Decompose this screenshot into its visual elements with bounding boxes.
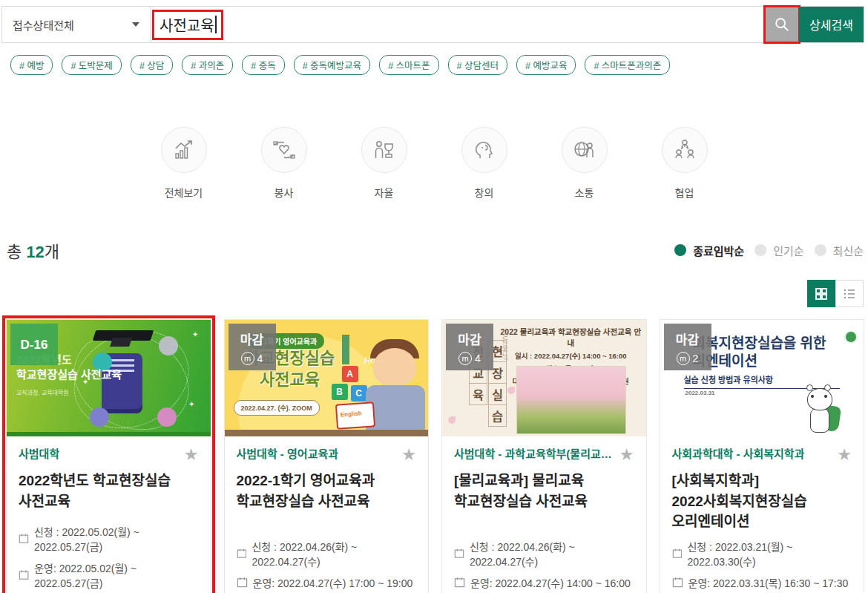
apply-period: 신청 : 2022.03.21(월) ~ 2022.03.30(수)	[672, 539, 852, 569]
calendar-icon	[237, 548, 247, 559]
thumb-date: 2022.03.31	[685, 390, 715, 396]
grid-icon	[815, 287, 828, 301]
thumb-text: 학교현장실습 사전교육	[16, 366, 122, 381]
results-count-number: 12	[26, 243, 44, 261]
view-toggle	[0, 280, 868, 307]
course-card-1[interactable]: ✦ ✦ ✦ 2022학년도 학교현장실습 사전교육 교직과정, 교육대학원 D-…	[6, 319, 211, 593]
apply-period: 신청 : 2022.04.26(화) ~ 2022.04.27(수)	[454, 539, 634, 569]
tag-pill[interactable]: # 스마트폰	[379, 55, 438, 75]
thinking-head-icon	[473, 138, 496, 162]
tag-pill[interactable]: # 상담	[131, 55, 173, 75]
tag-list: # 예방 # 도박문제 # 상담 # 과의존 # 중독 # 중독예방교육 # 스…	[0, 55, 868, 75]
course-card-4[interactable]: 회복지현장실습을 위한 리엔테이션 실습 신청 방법과 유의사항 2022.03…	[660, 319, 865, 593]
tag-pill[interactable]: # 예방	[10, 55, 53, 75]
tag-pill[interactable]: # 스마트폰과의존	[585, 55, 670, 75]
closed-badge: 마감 m4	[228, 324, 276, 370]
search-button[interactable]	[765, 7, 799, 42]
hands-heart-icon	[272, 137, 297, 163]
category-label: 창의	[475, 185, 494, 200]
member-icon: m	[241, 352, 254, 365]
english-book-art: English	[335, 402, 375, 430]
calendar-icon	[672, 577, 683, 588]
category-label: 봉사	[274, 185, 294, 200]
department-label: 사범대학	[19, 447, 59, 462]
course-card-3[interactable]: 2022 물리교육과 학교현장실습 사전교육 안내 일시 : 2022.04.2…	[441, 319, 647, 593]
calendar-icon	[454, 577, 465, 588]
department-label: 사범대학 - 영어교육과	[237, 447, 339, 462]
course-thumbnail: ✦ ✦ ✦ 2022학년도 학교현장실습 사전교육 교직과정, 교육대학원 D-…	[7, 320, 211, 436]
course-card-2[interactable]: 도 1학기 영어교육과 학교현장실습사전교육 Hello A B C Engli…	[224, 319, 430, 593]
list-view-button[interactable]	[835, 280, 864, 307]
category-collaboration[interactable]: 협업	[662, 127, 708, 200]
dday-badge: D-16	[10, 324, 58, 365]
category-filter-row: 전체보기 봉사 자율	[0, 127, 868, 200]
tag-pill[interactable]: # 예방교육	[516, 55, 576, 75]
search-text-annotation-box: 사전교육	[152, 10, 223, 40]
calendar-icon	[19, 533, 29, 544]
sort-option-popular[interactable]: 인기순	[754, 243, 803, 258]
category-all[interactable]: 전체보기	[161, 127, 207, 200]
search-input[interactable]: 사전교육	[151, 7, 765, 42]
trophy-person-icon	[372, 138, 396, 162]
course-thumbnail: 2022 물리교육과 학교현장실습 사전교육 안내 일시 : 2022.04.2…	[442, 320, 646, 436]
course-title: 2022학년도 학교현장실습 사전교육	[19, 471, 199, 511]
operate-period: 운영: 2022.03.31(목) 16:30 ~ 17:30	[672, 575, 852, 590]
member-icon: m	[458, 352, 472, 365]
search-bar: 접수상태전체 사전교육 상세검색	[1, 6, 864, 43]
operate-period: 운영: 2022.04.27(수) 14:00 ~ 16:00	[454, 575, 634, 590]
list-icon	[843, 287, 856, 301]
radio-dot-icon	[674, 244, 686, 256]
category-label: 소통	[575, 185, 594, 200]
course-title: 2022-1학기 영어교육과 학교현장실습 사전교육	[237, 471, 417, 511]
people-network-icon	[672, 137, 697, 163]
apply-period: 신청 : 2022.04.26(화) ~ 2022.04.27(수)	[237, 539, 417, 569]
category-communication[interactable]: 소통	[562, 127, 608, 200]
tag-pill[interactable]: # 중독	[242, 55, 284, 75]
department-label: 사범대학 - 과학교육학부(물리교…	[454, 447, 612, 462]
member-icon: m	[677, 352, 690, 365]
tag-pill[interactable]: # 중독예방교육	[294, 55, 370, 75]
cherry-blossom-photo	[516, 366, 626, 434]
favorite-star-icon[interactable]: ★	[184, 447, 199, 463]
sort-option-newest[interactable]: 최신순	[815, 243, 864, 258]
sort-option-closing-soon[interactable]: 종료임박순	[674, 243, 744, 258]
radio-dot-icon	[815, 244, 826, 256]
radio-dot-icon	[754, 244, 766, 256]
course-card-grid: ✦ ✦ ✦ 2022학년도 학교현장실습 사전교육 교직과정, 교육대학원 D-…	[0, 319, 868, 593]
operate-period: 운영: 2022.05.02(월) ~ 2022.05.27(금)	[19, 560, 199, 590]
favorite-star-icon[interactable]: ★	[401, 447, 416, 463]
favorite-star-icon[interactable]: ★	[619, 447, 634, 463]
category-creativity[interactable]: 창의	[461, 127, 507, 200]
tag-pill[interactable]: # 과의존	[182, 55, 233, 75]
calendar-icon	[454, 548, 464, 559]
text-cursor	[215, 16, 217, 33]
statue-of-liberty-art	[342, 335, 349, 364]
category-volunteer[interactable]: 봉사	[261, 127, 307, 200]
operate-period: 운영: 2022.04.27(수) 17:00 ~ 19:00	[237, 575, 417, 590]
results-meta-row: 총 12개 종료임박순 인기순 최신순	[0, 238, 868, 262]
grid-view-button[interactable]	[807, 280, 835, 307]
apply-period: 신청 : 2022.05.02(월) ~ 2022.05.27(금)	[19, 524, 199, 554]
tag-pill[interactable]: # 상담센터	[448, 55, 507, 75]
calendar-icon	[19, 569, 29, 580]
thumb-subtitle: 실습 신청 방법과 유의사항	[684, 373, 840, 389]
department-label: 사회과학대학 - 사회복지학과	[672, 447, 805, 462]
category-label: 협업	[675, 185, 694, 200]
calendar-icon	[237, 577, 248, 588]
results-count: 총 12개	[7, 238, 59, 262]
university-logo-icon	[846, 332, 856, 342]
search-input-value: 사전교육	[160, 14, 214, 36]
favorite-star-icon[interactable]: ★	[837, 447, 852, 463]
category-autonomy[interactable]: 자율	[361, 127, 407, 200]
chevron-down-icon	[132, 22, 139, 27]
category-label: 자율	[375, 185, 394, 200]
tag-pill[interactable]: # 도박문제	[62, 55, 121, 75]
status-filter-dropdown[interactable]: 접수상태전체	[2, 7, 151, 42]
thumb-date-pill: 2022.04.27. (수). ZOOM	[234, 400, 320, 416]
category-label: 전체보기	[165, 185, 203, 200]
course-thumbnail: 도 1학기 영어교육과 학교현장실습사전교육 Hello A B C Engli…	[225, 320, 429, 436]
thumb-caption: 교직과정, 교육대학원	[16, 388, 69, 396]
chart-growth-icon	[172, 138, 196, 162]
course-thumbnail: 회복지현장실습을 위한 리엔테이션 실습 신청 방법과 유의사항 2022.03…	[660, 320, 864, 436]
advanced-search-button[interactable]: 상세검색	[799, 7, 864, 42]
